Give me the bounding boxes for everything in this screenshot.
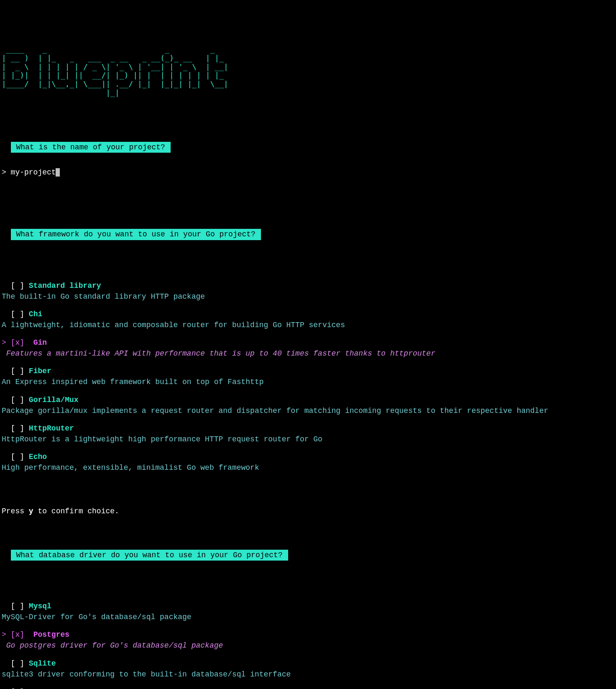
checkbox-empty-icon: [ ] — [11, 367, 24, 375]
checkbox-empty-icon: [ ] — [11, 310, 24, 318]
option-description: sqlite3 driver conforming to the built-i… — [2, 669, 614, 680]
project-name-input-line[interactable]: > my-project — [2, 167, 614, 178]
option-name: HttpRouter — [29, 424, 74, 433]
checkbox-empty-icon: [ ] — [11, 396, 24, 404]
option-description: Features a martini-like API with perform… — [2, 348, 614, 359]
framework-option[interactable]: [ ] FiberAn Express inspired web framewo… — [2, 366, 614, 387]
checkbox-checked-icon: [x] — [11, 630, 24, 639]
option-name: Fiber — [29, 367, 51, 375]
framework-option[interactable]: [ ] EchoHigh performance, extensible, mi… — [2, 451, 614, 473]
option-name: Gorilla/Mux — [29, 396, 79, 404]
q1-header: What is the name of your project? — [11, 142, 171, 153]
checkbox-checked-icon: [x] — [11, 338, 24, 347]
option-name: Sqlite — [29, 659, 56, 668]
checkbox-empty-icon: [ ] — [11, 282, 24, 290]
question-database: What database driver do you want to use … — [2, 539, 614, 689]
cursor-icon — [56, 168, 60, 177]
blueprint-logo: ____ _ _ _ | __ ) | |_ _ ___ _ __ _ __(_… — [2, 45, 614, 97]
option-description: The built-in Go standard library HTTP pa… — [2, 291, 614, 302]
question-framework: What framework do you want to use in you… — [2, 218, 614, 484]
project-name-value: my-project — [11, 168, 56, 177]
option-description: An Express inspired web framework built … — [2, 377, 614, 387]
option-description: Go postgres driver for Go's database/sql… — [2, 640, 614, 651]
question-project-name: What is the name of your project? > my-p… — [2, 131, 614, 196]
database-option[interactable]: [ ] Sqlitesqlite3 driver conforming to t… — [2, 658, 614, 680]
confirm-framework: Press y to confirm choice. — [2, 506, 614, 517]
framework-option[interactable]: [ ] HttpRouterHttpRouter is a lightweigh… — [2, 423, 614, 445]
selector-caret-icon: > — [2, 338, 11, 347]
database-option[interactable]: > [x] Postgres Go postgres driver for Go… — [2, 629, 614, 651]
checkbox-empty-icon: [ ] — [11, 659, 24, 668]
framework-option[interactable]: > [x] Gin Features a martini-like API wi… — [2, 337, 614, 359]
database-option[interactable]: [ ] MongoThe MongoDB supported driver fo… — [2, 686, 614, 689]
selector-caret-icon: > — [2, 630, 11, 639]
database-option[interactable]: [ ] MysqlMySQL-Driver for Go's database/… — [2, 601, 614, 622]
framework-option[interactable]: [ ] Standard libraryThe built-in Go stan… — [2, 280, 614, 302]
q2-header: What framework do you want to use in you… — [11, 229, 261, 240]
option-description: Package gorilla/mux implements a request… — [2, 405, 614, 416]
framework-option[interactable]: [ ] Gorilla/MuxPackage gorilla/mux imple… — [2, 394, 614, 416]
option-name: Chi — [29, 310, 42, 318]
framework-option[interactable]: [ ] ChiA lightweight, idiomatic and comp… — [2, 309, 614, 330]
option-name: Standard library — [29, 282, 101, 290]
option-description: A lightweight, idiomatic and composable … — [2, 320, 614, 330]
option-name: Postgres — [33, 630, 69, 639]
checkbox-empty-icon: [ ] — [11, 602, 24, 610]
option-description: HttpRouter is a lightweight high perform… — [2, 434, 614, 445]
checkbox-empty-icon: [ ] — [11, 453, 24, 461]
option-name: Gin — [33, 338, 47, 347]
checkbox-empty-icon: [ ] — [11, 424, 24, 433]
option-description: High performance, extensible, minimalist… — [2, 462, 614, 473]
option-name: Echo — [29, 453, 47, 461]
prompt-caret: > — [2, 168, 11, 177]
q3-header: What database driver do you want to use … — [11, 550, 288, 561]
option-description: MySQL-Driver for Go's database/sql packa… — [2, 612, 614, 622]
option-name: Mysql — [29, 602, 51, 610]
